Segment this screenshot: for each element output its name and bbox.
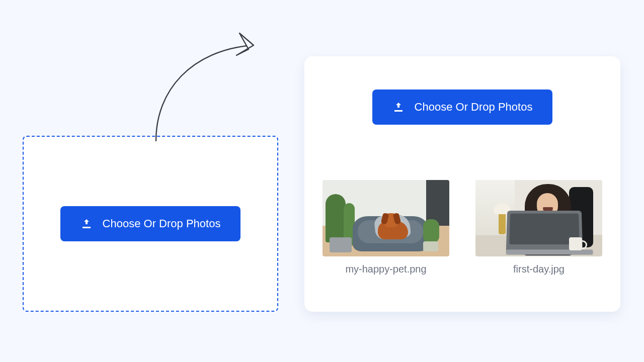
upload-dropzone-filled: Choose Or Drop Photos my-happy-pet.png (304, 56, 620, 312)
upload-button-label: Choose Or Drop Photos (415, 101, 533, 114)
file-name-label: first-day.jpg (513, 263, 565, 275)
upload-button[interactable]: Choose Or Drop Photos (372, 89, 553, 125)
thumbnail-image (475, 180, 602, 256)
upload-icon (392, 101, 405, 113)
arrow-illustration (141, 24, 287, 145)
upload-dropzone-empty[interactable]: Choose Or Drop Photos (23, 136, 278, 312)
file-thumbnail[interactable]: my-happy-pet.png (323, 180, 449, 275)
file-name-label: my-happy-pet.png (345, 263, 426, 275)
upload-icon (80, 218, 93, 230)
upload-button[interactable]: Choose Or Drop Photos (60, 206, 241, 241)
thumbnail-image (323, 180, 449, 256)
file-thumbnail[interactable]: first-day.jpg (475, 180, 602, 275)
thumbnail-row: my-happy-pet.png first-day.jpg (323, 180, 602, 275)
upload-button-label: Choose Or Drop Photos (103, 217, 221, 230)
